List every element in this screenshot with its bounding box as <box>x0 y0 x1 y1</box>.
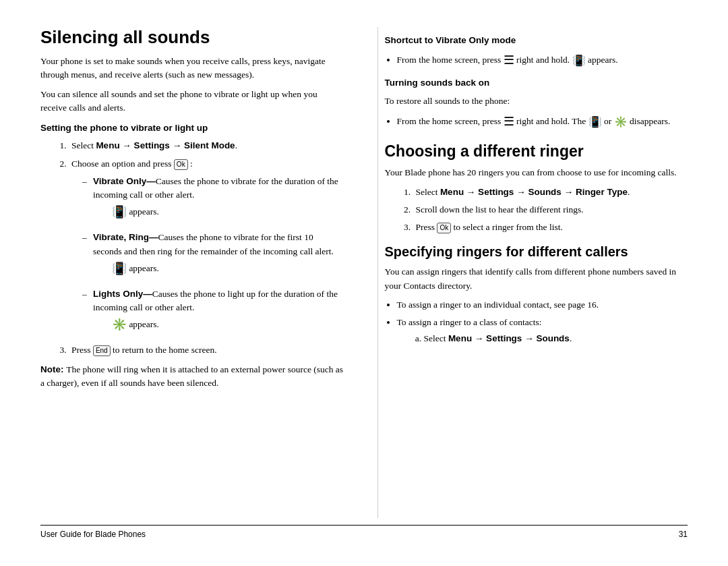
shortcut-heading: Shortcut to Vibrate Only mode <box>385 34 688 47</box>
turning-icon2: ✳️ <box>614 116 628 128</box>
shortcut-press-icon: ☰ <box>504 53 514 67</box>
turning-press-icon: ☰ <box>504 115 514 129</box>
specifying-intro: You can assign ringers that identify cal… <box>385 265 688 293</box>
specifying-sub-list: Select Menu → Settings → Sounds. <box>411 332 688 345</box>
specifying-bullet1: To assign a ringer to an individual cont… <box>397 298 688 312</box>
left-title: Silencing all sounds <box>40 27 344 48</box>
choosing-step3: Press Ok to select a ringer from the lis… <box>413 221 688 234</box>
choosing-step2: Scroll down the list to hear the differe… <box>413 203 688 217</box>
choosing-step1: Select Menu → Settings → Sounds → Ringer… <box>413 186 688 199</box>
lights-icon: ✳️ <box>112 318 127 331</box>
lights-only-label: Lights Only— <box>93 289 152 299</box>
turning-icon1: 📳 <box>588 116 602 128</box>
sub-a-menu: Menu → Settings → Sounds <box>448 333 570 343</box>
specifying-sub-a: Select Menu → Settings → Sounds. <box>424 332 688 345</box>
left-intro2: You can silence all sounds and set the p… <box>40 88 344 115</box>
choosing-step1-text: Select Menu → Settings → Sounds → Ringer… <box>416 187 630 197</box>
page: Silencing all sounds Your phone is set t… <box>0 0 728 566</box>
choosing-step1-menu: Menu → Settings → Sounds → Ringer Type <box>440 187 628 197</box>
turning-list: From the home screen, press ☰ right and … <box>397 113 688 132</box>
vibrate-ring-label: Vibrate, Ring— <box>93 232 158 242</box>
step3-text: Press End to return to the home screen. <box>71 345 217 355</box>
specifying-bullet2: To assign a ringer to a class of contact… <box>397 316 688 346</box>
note-label: Note: <box>40 364 66 374</box>
specifying-title: Specifying ringers for different callers <box>385 244 688 260</box>
shortcut-appears-icon: 📳 <box>572 55 586 66</box>
dash-vibrate-ring: – Vibrate, Ring—Causes the phone to vibr… <box>82 231 344 282</box>
shortcut-list: From the home screen, press ☰ right and … <box>397 51 688 69</box>
specifying-sub-a-text: Select Menu → Settings → Sounds. <box>424 333 572 343</box>
note-content: The phone will ring when it is attached … <box>40 364 343 388</box>
vibrate-only-label: Vibrate Only— <box>93 176 156 186</box>
choosing-step3-text: Press Ok to select a ringer from the lis… <box>416 222 563 232</box>
shortcut-item: From the home screen, press ☰ right and … <box>397 51 688 69</box>
turning-bullet-text: From the home screen, press ☰ right and … <box>397 116 671 126</box>
choosing-title: Choosing a different ringer <box>385 142 688 161</box>
note-text: Note: The phone will ring when it is att… <box>40 363 344 391</box>
choosing-intro: Your Blade phone has 20 ringers you can … <box>385 166 688 179</box>
step1-menu: Menu → Settings → Silent Mode <box>96 140 235 150</box>
steps-list: Select Menu → Settings → Silent Mode. Ch… <box>54 139 344 357</box>
vibrate-icon: 📳 <box>112 205 127 219</box>
dash-vibrate-only: – Vibrate Only—Causes the phone to vibra… <box>82 175 344 226</box>
left-column: Silencing all sounds Your phone is set t… <box>40 27 351 518</box>
specifying-bullet2-text: To assign a ringer to a class of contact… <box>397 317 542 327</box>
step1-text: Select Menu → Settings → Silent Mode. <box>71 140 237 150</box>
turning-text: To restore all sounds to the phone: <box>385 94 688 108</box>
footer-right: 31 <box>679 530 688 539</box>
choosing-steps: Select Menu → Settings → Sounds → Ringer… <box>398 186 688 235</box>
end-key: End <box>93 345 111 356</box>
ok-key-2: Ok <box>437 223 451 233</box>
vibrate-ring-icon: 📳 <box>112 262 127 275</box>
dash-lights-only: – Lights Only—Causes the phone to light … <box>82 287 344 339</box>
step-1: Select Menu → Settings → Silent Mode. <box>69 139 344 152</box>
subheading-vibrate: Setting the phone to vibrate or light up <box>40 121 344 135</box>
specifying-list: To assign a ringer to an individual cont… <box>397 298 688 346</box>
step-3: Press End to return to the home screen. <box>69 343 344 357</box>
right-column: Shortcut to Vibrate Only mode From the h… <box>377 27 688 518</box>
footer-left: User Guide for Blade Phones <box>40 530 146 539</box>
shortcut-text: From the home screen, press ☰ right and … <box>397 55 618 65</box>
turning-heading: Turning sounds back on <box>385 76 688 90</box>
dash-items: – Vibrate Only—Causes the phone to vibra… <box>71 175 344 339</box>
step2-text: Choose an option and press Ok : <box>71 159 193 169</box>
ok-key: Ok <box>174 159 188 170</box>
page-footer: User Guide for Blade Phones 31 <box>40 525 688 539</box>
step-2: Choose an option and press Ok : – Vibrat… <box>69 157 344 339</box>
turning-item: From the home screen, press ☰ right and … <box>397 113 688 132</box>
left-intro1: Your phone is set to make sounds when yo… <box>40 55 344 82</box>
